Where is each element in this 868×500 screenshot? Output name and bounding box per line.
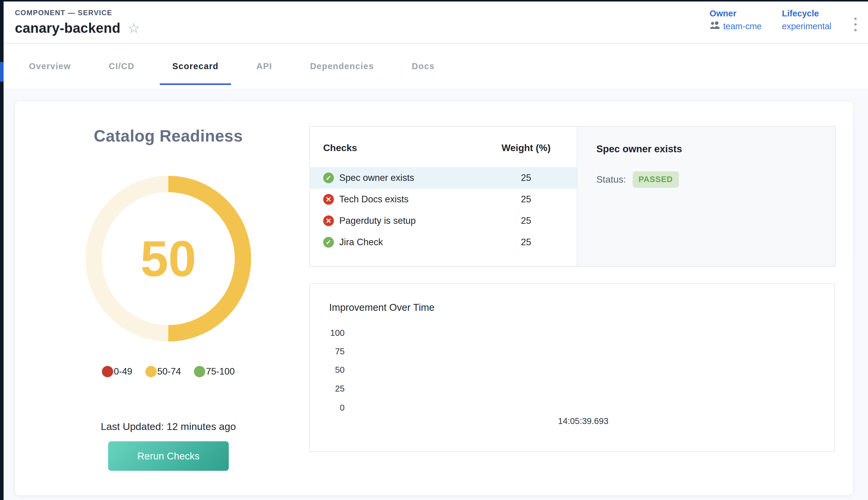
more-options-kebab-icon[interactable] (853, 16, 858, 33)
check-row-spec-owner[interactable]: ✓ Spec owner exists 25 (310, 167, 577, 189)
check-passed-icon: ✓ (323, 172, 334, 183)
entity-header: COMPONENT — SERVICE canary-backend ☆ Own… (3, 1, 868, 89)
lifecycle-label: Lifecycle (782, 9, 831, 19)
y-axis-tick: 100 (310, 328, 345, 338)
owner-link[interactable]: team-cme (709, 21, 762, 31)
last-updated-text: Last Updated: 12 minutes ago (15, 421, 322, 432)
checks-table: Checks Weight (%) ✓ Spec owner exists 25… (310, 127, 577, 266)
entity-header-top: COMPONENT — SERVICE canary-backend ☆ Own… (3, 1, 868, 44)
entity-tabs: Overview CI/CD Scorecard API Dependencie… (3, 44, 868, 89)
y-axis-tick: 50 (310, 365, 345, 375)
check-row-jira[interactable]: ✓ Jira Check 25 (310, 231, 577, 253)
readiness-gauge: 50 (85, 176, 251, 341)
x-axis-tick: 14:05:39.693 (539, 416, 628, 426)
tab-scorecard[interactable]: Scorecard (172, 61, 218, 71)
checks-table-header: Checks Weight (%) (310, 140, 577, 155)
check-detail-title: Spec owner exists (596, 143, 835, 155)
y-axis-tick: 25 (310, 384, 345, 394)
page-title: canary-backend (15, 20, 120, 36)
scorecard-card: Catalog Readiness 50 0-49 50-74 75-100 L… (15, 101, 853, 495)
favorite-star-icon[interactable]: ☆ (127, 21, 140, 35)
legend-item-mid: 50-74 (146, 366, 181, 377)
owner-label: Owner (709, 9, 762, 19)
legend-dot-red (102, 366, 113, 377)
group-icon (709, 21, 720, 31)
y-axis-tick: 0 (310, 403, 345, 413)
legend-item-high: 75-100 (194, 366, 235, 377)
check-failed-icon: ✕ (323, 194, 334, 205)
status-label: Status: (596, 174, 626, 185)
check-row-pagerduty[interactable]: ✕ Pagerduty is setup 25 (310, 210, 577, 231)
check-failed-icon: ✕ (323, 215, 334, 226)
readiness-score: 50 (141, 230, 196, 287)
entity-kind-breadcrumb: COMPONENT — SERVICE (15, 9, 112, 17)
check-passed-icon: ✓ (323, 237, 334, 248)
checks-column-header: Checks (323, 143, 484, 154)
window-left-edge-accent (0, 62, 3, 82)
lifecycle-value: experimental (782, 21, 831, 31)
weight-column-header: Weight (%) (484, 143, 568, 154)
check-detail-panel: Spec owner exists Status: PASSED (577, 127, 835, 266)
tab-docs[interactable]: Docs (412, 61, 435, 71)
tab-dependencies[interactable]: Dependencies (310, 61, 374, 71)
lifecycle-block: Lifecycle experimental (782, 9, 831, 31)
entity-title-row: canary-backend ☆ (15, 20, 140, 36)
status-badge: PASSED (633, 171, 679, 188)
legend-dot-green (194, 366, 205, 377)
legend-dot-amber (146, 366, 157, 377)
checks-panel: Checks Weight (%) ✓ Spec owner exists 25… (310, 126, 835, 267)
chart-title: Improvement Over Time (329, 302, 435, 313)
check-detail-status-row: Status: PASSED (596, 171, 835, 188)
owner-value: team-cme (723, 21, 762, 31)
gauge-legend: 0-49 50-74 75-100 (15, 366, 322, 377)
rerun-checks-button[interactable]: Rerun Checks (108, 441, 229, 471)
owner-block: Owner team-cme (709, 9, 762, 31)
improvement-chart-panel: Improvement Over Time 100 75 50 25 0 14:… (310, 283, 835, 452)
legend-item-low: 0-49 (102, 366, 132, 377)
check-rows: ✓ Spec owner exists 25 ✕ Tech Docs exist… (310, 167, 577, 253)
tab-api[interactable]: API (256, 61, 272, 71)
window-top-edge (0, 0, 868, 1)
tab-overview[interactable]: Overview (29, 61, 71, 71)
y-axis-tick: 75 (310, 346, 345, 356)
check-row-tech-docs[interactable]: ✕ Tech Docs exists 25 (310, 189, 577, 210)
tab-cicd[interactable]: CI/CD (109, 61, 134, 71)
scorecard-title: Catalog Readiness (15, 126, 322, 145)
